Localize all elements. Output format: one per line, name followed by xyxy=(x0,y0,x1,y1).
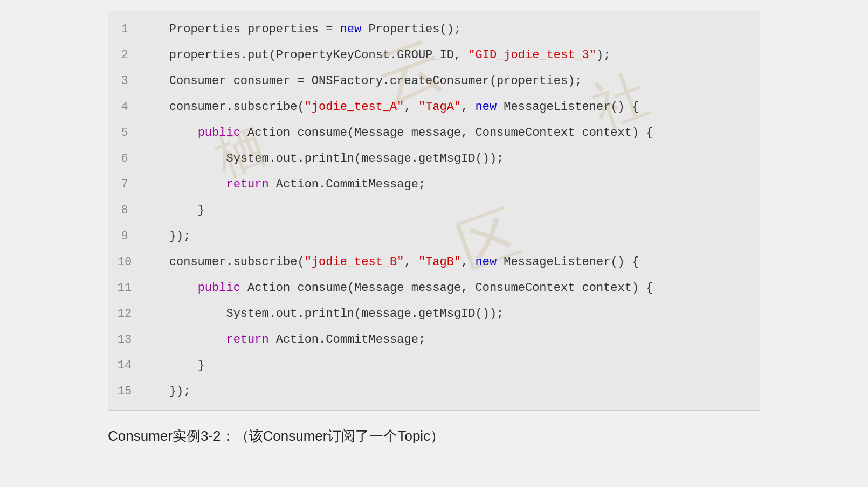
code-token: new xyxy=(476,255,497,269)
code-line: 11 public Action consume(Message message… xyxy=(108,275,760,301)
code-token: consumer.subscribe( xyxy=(141,100,305,114)
code-line: 6 System.out.println(message.getMsgID())… xyxy=(108,146,760,172)
line-number: 4 xyxy=(108,95,141,119)
line-number: 13 xyxy=(108,328,141,352)
code-token xyxy=(141,178,226,191)
line-content: } xyxy=(141,199,205,222)
code-token: System.out.println(message.getMsgID()); xyxy=(141,152,504,165)
code-token: Action.CommitMessage; xyxy=(269,178,425,191)
code-token: , xyxy=(404,255,418,269)
code-token: public xyxy=(198,126,240,140)
code-token: MessageListener() { xyxy=(497,100,639,114)
line-content: Consumer consumer = ONSFactory.createCon… xyxy=(141,69,582,93)
line-number: 11 xyxy=(108,276,141,300)
line-number: 5 xyxy=(108,121,141,145)
code-token: consumer.subscribe( xyxy=(141,255,305,269)
code-token: , xyxy=(404,100,418,114)
code-token: properties.put(PropertyKeyConst.GROUP_ID… xyxy=(141,48,468,62)
code-token: public xyxy=(198,281,240,295)
code-line: 13 return Action.CommitMessage; xyxy=(108,327,760,353)
code-token: }); xyxy=(141,229,190,243)
line-number: 7 xyxy=(108,173,141,197)
code-token: return xyxy=(226,178,268,191)
line-content: consumer.subscribe("jodie_test_B", "TagB… xyxy=(141,251,639,274)
code-line: 2 properties.put(PropertyKeyConst.GROUP_… xyxy=(108,43,760,68)
code-token: return xyxy=(226,333,268,346)
line-number: 2 xyxy=(108,44,141,67)
code-token: } xyxy=(141,359,205,372)
code-token: Action consume(Message message, ConsumeC… xyxy=(240,126,653,140)
code-token xyxy=(141,281,198,295)
code-line: 3 Consumer consumer = ONSFactory.createC… xyxy=(108,68,760,94)
code-token: "TagB" xyxy=(418,255,461,269)
line-content: System.out.println(message.getMsgID()); xyxy=(141,147,504,171)
code-token: ); xyxy=(596,48,610,62)
code-token: new xyxy=(476,100,497,114)
code-line: 7 return Action.CommitMessage; xyxy=(108,172,760,198)
line-number: 9 xyxy=(108,225,141,248)
line-number: 15 xyxy=(108,380,141,403)
caption-text: Consumer实例3-2：（该Consumer订阅了一个Topic） xyxy=(108,428,444,444)
line-number: 14 xyxy=(108,354,141,378)
code-line: 8 } xyxy=(108,198,760,224)
code-line: 15 }); xyxy=(108,379,760,405)
line-content: Properties properties = new Properties()… xyxy=(141,18,461,41)
code-token: , xyxy=(461,255,475,269)
caption-area: Consumer实例3-2：（该Consumer订阅了一个Topic） xyxy=(108,427,760,446)
code-token: Action.CommitMessage; xyxy=(269,333,425,346)
line-content: return Action.CommitMessage; xyxy=(141,173,425,197)
code-line: 12 System.out.println(message.getMsgID()… xyxy=(108,301,760,327)
line-content: } xyxy=(141,354,205,378)
code-line: 10 consumer.subscribe("jodie_test_B", "T… xyxy=(108,249,760,275)
code-token: Properties(); xyxy=(361,23,461,36)
code-token: Action consume(Message message, ConsumeC… xyxy=(240,281,653,295)
line-content: return Action.CommitMessage; xyxy=(141,328,425,352)
code-token: "GID_jodie_test_3" xyxy=(468,48,596,62)
code-token xyxy=(141,333,226,346)
code-line: 14 } xyxy=(108,353,760,379)
line-number: 6 xyxy=(108,147,141,171)
code-token: "jodie_test_A" xyxy=(305,100,404,114)
line-content: consumer.subscribe("jodie_test_A", "TagA… xyxy=(141,95,639,119)
line-number: 1 xyxy=(108,18,141,41)
code-token: System.out.println(message.getMsgID()); xyxy=(141,307,504,321)
code-token: MessageListener() { xyxy=(497,255,639,269)
code-token xyxy=(141,126,198,140)
code-token: Consumer consumer = ONSFactory.createCon… xyxy=(141,74,582,88)
line-content: System.out.println(message.getMsgID()); xyxy=(141,302,504,326)
line-content: }); xyxy=(141,380,190,403)
line-number: 8 xyxy=(108,199,141,222)
line-number: 3 xyxy=(108,69,141,93)
line-number: 10 xyxy=(108,251,141,274)
line-content: properties.put(PropertyKeyConst.GROUP_ID… xyxy=(141,44,610,67)
code-line: 5 public Action consume(Message message,… xyxy=(108,120,760,146)
line-content: public Action consume(Message message, C… xyxy=(141,276,653,300)
code-token: "jodie_test_B" xyxy=(305,255,404,269)
code-line: 4 consumer.subscribe("jodie_test_A", "Ta… xyxy=(108,94,760,120)
line-content: public Action consume(Message message, C… xyxy=(141,121,653,145)
code-lines-container: 1 Properties properties = new Properties… xyxy=(108,17,760,405)
line-content: }); xyxy=(141,225,190,248)
code-token: "TagA" xyxy=(418,100,461,114)
code-line: 9 }); xyxy=(108,224,760,249)
code-token: Properties properties = xyxy=(141,23,340,36)
page-container: 云 栖 社 区 1 Properties properties = new Pr… xyxy=(0,0,868,487)
code-token: }); xyxy=(141,385,190,398)
code-token: } xyxy=(141,204,205,217)
code-block: 云 栖 社 区 1 Properties properties = new Pr… xyxy=(108,11,760,411)
line-number: 12 xyxy=(108,302,141,326)
code-line: 1 Properties properties = new Properties… xyxy=(108,17,760,43)
code-token: , xyxy=(461,100,475,114)
code-token: new xyxy=(340,23,362,36)
